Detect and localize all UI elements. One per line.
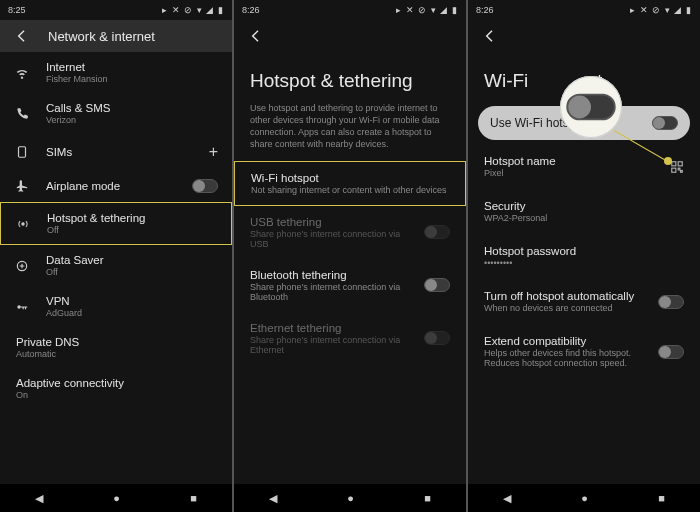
nav-bar: ◀ ● ■	[0, 484, 232, 512]
sub: When no devices are connected	[484, 303, 642, 313]
svg-rect-5	[678, 161, 682, 165]
page-title: Hotspot & tethering	[234, 52, 466, 102]
svg-rect-4	[672, 161, 676, 165]
label: Airplane mode	[46, 180, 176, 192]
label: Calls & SMS	[46, 102, 218, 114]
label: Adaptive connectivity	[16, 377, 218, 389]
sub: On	[16, 390, 218, 400]
row-wifi-hotspot[interactable]: Wi-Fi hotspotNot sharing internet or con…	[234, 161, 466, 206]
row-security[interactable]: SecurityWPA2-Personal	[468, 189, 700, 234]
label: SIMs	[46, 146, 193, 158]
row-hotspot-password[interactable]: Hotspot password•••••••••	[468, 234, 700, 279]
label: VPN	[46, 295, 218, 307]
page-title: Network & internet	[48, 29, 155, 44]
sub: Share phone's internet connection via Bl…	[250, 282, 408, 302]
row-hotspot-name[interactable]: Hotspot namePixel	[468, 144, 700, 189]
row-internet[interactable]: InternetFisher Mansion	[0, 52, 232, 93]
label: Hotspot & tethering	[47, 212, 217, 224]
row-adaptive-connectivity[interactable]: Adaptive connectivityOn	[0, 368, 232, 409]
vpn-key-icon	[14, 300, 30, 314]
sub: Share phone's internet connection via US…	[250, 229, 408, 249]
sub: WPA2-Personal	[484, 213, 684, 223]
row-airplane[interactable]: Airplane mode	[0, 170, 232, 202]
phone-sms-icon	[14, 107, 30, 121]
row-private-dns[interactable]: Private DNSAutomatic	[0, 327, 232, 368]
nav-bar: ◀ ● ■	[468, 484, 700, 512]
label: Turn off hotspot automatically	[484, 290, 642, 302]
row-vpn[interactable]: VPNAdGuard	[0, 286, 232, 327]
wifi-icon	[14, 66, 30, 80]
label: Private DNS	[16, 336, 218, 348]
sub: Off	[47, 225, 217, 235]
header: Network & internet	[0, 20, 232, 52]
sim-icon	[14, 145, 30, 159]
nav-home-icon[interactable]: ●	[113, 492, 120, 504]
zoomed-toggle-icon	[566, 94, 615, 121]
row-auto-off[interactable]: Turn off hotspot automaticallyWhen no de…	[468, 279, 700, 324]
data-saver-icon	[14, 259, 30, 273]
svg-rect-8	[681, 170, 683, 172]
settings-list: InternetFisher Mansion Calls & SMSVerizo…	[0, 52, 232, 484]
label: Ethernet tethering	[250, 322, 408, 334]
row-usb-tethering: USB tetheringShare phone's internet conn…	[234, 206, 466, 259]
clock: 8:26	[476, 5, 494, 15]
label: Security	[484, 200, 684, 212]
screen-network-internet: 8:25 ▸ ✕ ⊘ ▾ ◢ ▮ Network & internet Inte…	[0, 0, 232, 512]
label: Hotspot password	[484, 245, 684, 257]
row-extend-compat[interactable]: Extend compatibilityHelps other devices …	[468, 324, 700, 379]
label: USB tethering	[250, 216, 408, 228]
status-icons: ▸ ✕ ⊘ ▾ ◢ ▮	[396, 5, 458, 15]
back-arrow-icon[interactable]	[482, 28, 498, 44]
row-ethernet-tethering: Ethernet tetheringShare phone's internet…	[234, 312, 466, 365]
svg-rect-7	[678, 168, 680, 170]
row-sims[interactable]: SIMs +	[0, 134, 232, 170]
add-sim-icon[interactable]: +	[209, 143, 218, 161]
ethernet-toggle	[424, 331, 450, 345]
auto-off-toggle[interactable]	[658, 295, 684, 309]
back-arrow-icon[interactable]	[14, 28, 30, 44]
sub: Pixel	[484, 168, 654, 178]
nav-back-icon[interactable]: ◀	[503, 492, 511, 505]
nav-bar: ◀ ● ■	[234, 484, 466, 512]
settings-list: Hotspot namePixel SecurityWPA2-Personal …	[468, 144, 700, 484]
callout-dot	[664, 157, 672, 165]
nav-home-icon[interactable]: ●	[347, 492, 354, 504]
nav-back-icon[interactable]: ◀	[269, 492, 277, 505]
svg-rect-0	[19, 147, 26, 158]
qr-code-icon[interactable]	[670, 160, 684, 174]
nav-home-icon[interactable]: ●	[581, 492, 588, 504]
extend-compat-toggle[interactable]	[658, 345, 684, 359]
header	[234, 20, 466, 52]
svg-rect-6	[672, 168, 676, 172]
nav-recent-icon[interactable]: ■	[658, 492, 665, 504]
status-bar: 8:26 ▸ ✕ ⊘ ▾ ◢ ▮	[234, 0, 466, 20]
clock: 8:25	[8, 5, 26, 15]
sub: Helps other devices find this hotspot. R…	[484, 348, 642, 368]
back-arrow-icon[interactable]	[248, 28, 264, 44]
bluetooth-toggle[interactable]	[424, 278, 450, 292]
label: Wi-Fi hotspot	[251, 172, 449, 184]
nav-recent-icon[interactable]: ■	[190, 492, 197, 504]
row-calls-sms[interactable]: Calls & SMSVerizon	[0, 93, 232, 134]
screen-wifi-hotspot: 8:26 ▸ ✕ ⊘ ▾ ◢ ▮ Wi-Fi t Use Wi-Fi hotsp…	[468, 0, 700, 512]
svg-point-3	[17, 305, 21, 309]
label: Internet	[46, 61, 218, 73]
hotspot-icon	[15, 217, 31, 231]
sub: Fisher Mansion	[46, 74, 218, 84]
label: Data Saver	[46, 254, 218, 266]
airplane-toggle[interactable]	[192, 179, 218, 193]
nav-back-icon[interactable]: ◀	[35, 492, 43, 505]
sub: Off	[46, 267, 218, 277]
page-description: Use hotspot and tethering to provide int…	[234, 102, 466, 161]
zoom-circle	[560, 76, 622, 138]
usb-toggle	[424, 225, 450, 239]
nav-recent-icon[interactable]: ■	[424, 492, 431, 504]
row-bluetooth-tethering[interactable]: Bluetooth tetheringShare phone's interne…	[234, 259, 466, 312]
label: Bluetooth tethering	[250, 269, 408, 281]
svg-point-1	[22, 222, 24, 224]
sub: AdGuard	[46, 308, 218, 318]
label: Extend compatibility	[484, 335, 642, 347]
row-hotspot-tethering[interactable]: Hotspot & tetheringOff	[0, 202, 232, 245]
wifi-hotspot-toggle[interactable]	[652, 116, 678, 130]
row-data-saver[interactable]: Data SaverOff	[0, 245, 232, 286]
